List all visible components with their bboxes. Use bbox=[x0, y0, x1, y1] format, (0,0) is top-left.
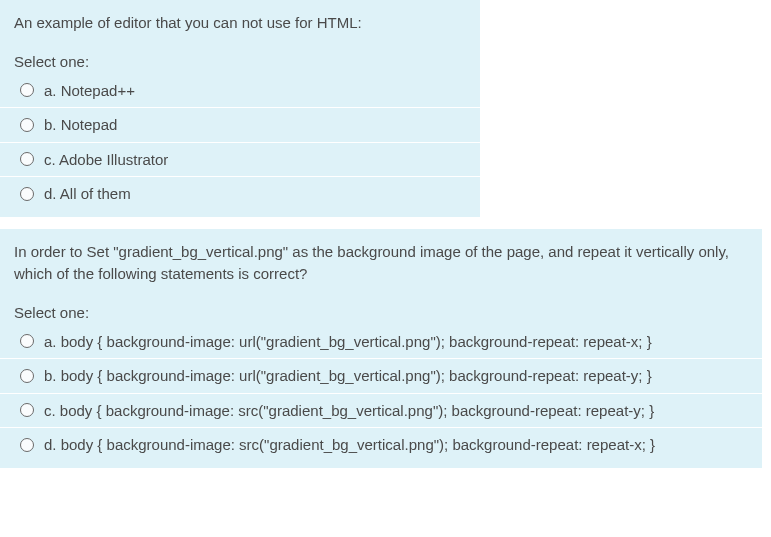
option-row[interactable]: c. Adobe Illustrator bbox=[0, 143, 480, 178]
radio-icon[interactable] bbox=[20, 118, 34, 132]
options-list: a. body { background-image: url("gradien… bbox=[0, 325, 762, 468]
option-row[interactable]: d. body { background-image: src("gradien… bbox=[0, 428, 762, 462]
option-label: c. body { background-image: src("gradien… bbox=[44, 401, 654, 421]
radio-icon[interactable] bbox=[20, 403, 34, 417]
radio-icon[interactable] bbox=[20, 334, 34, 348]
option-label: b. body { background-image: url("gradien… bbox=[44, 366, 652, 386]
option-label: b. Notepad bbox=[44, 115, 117, 135]
option-label: a. Notepad++ bbox=[44, 81, 135, 101]
radio-icon[interactable] bbox=[20, 369, 34, 383]
question-text: In order to Set "gradient_bg_vertical.pn… bbox=[0, 229, 762, 296]
options-list: a. Notepad++ b. Notepad c. Adobe Illustr… bbox=[0, 74, 480, 217]
option-row[interactable]: c. body { background-image: src("gradien… bbox=[0, 394, 762, 429]
option-label: c. Adobe Illustrator bbox=[44, 150, 168, 170]
option-row[interactable]: b. Notepad bbox=[0, 108, 480, 143]
question-block-2: In order to Set "gradient_bg_vertical.pn… bbox=[0, 229, 762, 468]
option-label: a. body { background-image: url("gradien… bbox=[44, 332, 652, 352]
question-text: An example of editor that you can not us… bbox=[0, 0, 480, 45]
radio-icon[interactable] bbox=[20, 83, 34, 97]
radio-icon[interactable] bbox=[20, 152, 34, 166]
option-label: d. All of them bbox=[44, 184, 131, 204]
question-block-1: An example of editor that you can not us… bbox=[0, 0, 480, 217]
option-row[interactable]: d. All of them bbox=[0, 177, 480, 211]
option-label: d. body { background-image: src("gradien… bbox=[44, 435, 655, 455]
option-row[interactable]: a. Notepad++ bbox=[0, 74, 480, 109]
option-row[interactable]: b. body { background-image: url("gradien… bbox=[0, 359, 762, 394]
select-prompt: Select one: bbox=[0, 45, 480, 74]
option-row[interactable]: a. body { background-image: url("gradien… bbox=[0, 325, 762, 360]
select-prompt: Select one: bbox=[0, 296, 762, 325]
radio-icon[interactable] bbox=[20, 438, 34, 452]
radio-icon[interactable] bbox=[20, 187, 34, 201]
